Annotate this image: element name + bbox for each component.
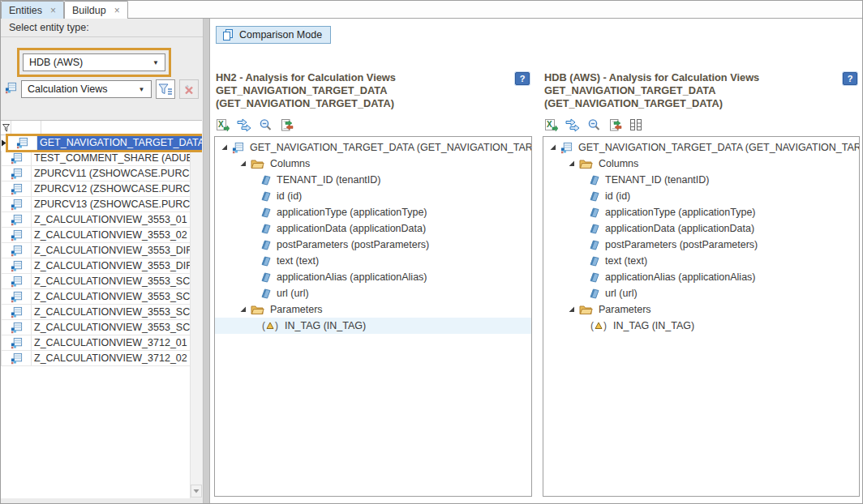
tree-expand-icon[interactable] <box>221 143 229 152</box>
entity-list-item[interactable]: Z_CALCULATIONVIEW_3553_DIRECT <box>1 258 202 274</box>
tree-column-item-label: applicationData (applicationData) <box>605 223 754 234</box>
tree-columns-folder[interactable]: Columns <box>215 156 531 172</box>
tree-column-item[interactable]: id (id) <box>215 188 531 204</box>
open-folder-icon <box>251 158 264 169</box>
excel-export-icon[interactable]: X <box>544 118 558 132</box>
list-filter-gutter[interactable] <box>1 121 11 135</box>
tab-entities[interactable]: Entities × <box>1 1 64 19</box>
entity-name: Z_CALCULATIONVIEW_3553_DIRECT <box>32 258 202 273</box>
excel-export-icon[interactable]: X <box>216 118 230 132</box>
tree-column-item[interactable]: applicationData (applicationData) <box>215 220 531 237</box>
column-leaf-icon <box>261 256 271 267</box>
tree-parameter-item-label: IN_TAG (IN_TAG) <box>285 320 366 331</box>
zoom-search-icon[interactable] <box>259 118 273 132</box>
tab-buildup[interactable]: Buildup × <box>64 1 128 19</box>
tree-column-item[interactable]: url (url) <box>543 285 859 301</box>
entity-list-item[interactable]: Z_CALCULATIONVIEW_3553_SCRIPT <box>1 289 202 305</box>
red-x-icon <box>183 83 195 95</box>
entity-list-item[interactable]: Z_CALCULATIONVIEW_3712_01 (ZSF <box>1 335 202 351</box>
tree-column-item-label: postParameters (postParameters) <box>605 239 758 250</box>
calculation-view-icon <box>11 168 23 180</box>
tree-column-item[interactable]: id (id) <box>543 188 859 204</box>
tree-expand-icon[interactable] <box>239 305 247 314</box>
entity-list-item[interactable]: ZPURCV13 (ZSHOWCASE.PURCHASIN <box>1 197 202 212</box>
tree-column-item[interactable]: url (url) <box>215 285 531 301</box>
tree-column-item[interactable]: text (text) <box>543 253 859 269</box>
tree-column-item[interactable]: applicationData (applicationData) <box>543 220 859 237</box>
tree-column-item[interactable]: TENANT_ID (tenantID) <box>543 172 859 188</box>
tree-expand-icon[interactable] <box>568 160 576 168</box>
entity-type-dropdown[interactable]: HDB (AWS) ▼ <box>23 53 165 71</box>
tree-column-item[interactable]: text (text) <box>215 253 531 269</box>
entity-list-item[interactable]: Z_CALCULATIONVIEW_3553_02 (ZSF <box>1 228 202 243</box>
view-type-dropdown[interactable]: Calculation Views ▼ <box>21 80 152 98</box>
comparison-mode-button[interactable]: Comparison Mode <box>216 26 331 44</box>
tree-column-item[interactable]: TENANT_ID (tenantID) <box>215 172 531 188</box>
entity-list-item[interactable]: Z_CALCULATIONVIEW_3553_SCRIPT <box>1 274 202 289</box>
transfer-arrows-icon[interactable] <box>565 118 580 132</box>
column-leaf-icon <box>261 288 271 299</box>
calculation-view-icon-cell <box>2 151 32 165</box>
entity-list-item[interactable]: TEST_COMMENT_SHARE (ADUERRST <box>1 151 202 166</box>
transfer-arrows-icon[interactable] <box>237 118 251 132</box>
entity-list-item[interactable]: GET_NAVIGATION_TARGET_DATA (s <box>1 135 202 151</box>
tree-column-item[interactable]: postParameters (postParameters) <box>543 237 859 253</box>
tree-expand-icon[interactable] <box>549 143 557 152</box>
entity-list-item[interactable]: Z_CALCULATIONVIEW_3553_01 (ZSF <box>1 212 202 228</box>
open-folder-icon <box>579 158 593 169</box>
tree-expand-icon[interactable] <box>568 305 576 314</box>
entity-name: Z_CALCULATIONVIEW_3712_02 (ZSF <box>32 351 202 365</box>
parameter-triangle-icon: ( ) <box>261 320 279 331</box>
column-leaf-icon <box>261 224 271 234</box>
tree-column-item[interactable]: applicationType (applicationType) <box>215 204 531 220</box>
entity-name: Z_CALCULATIONVIEW_3553_01 (ZSF <box>32 212 202 227</box>
entity-list-item[interactable]: Z_CALCULATIONVIEW_3712_02 (ZSF <box>1 351 202 366</box>
tree-parameters-folder[interactable]: Parameters <box>215 301 531 318</box>
sidebar-resize-handle[interactable] <box>204 19 210 503</box>
tab-buildup-close-icon[interactable]: × <box>114 6 120 15</box>
tree-columns-folder[interactable]: Columns <box>543 156 859 172</box>
tree-column-item-label: applicationData (applicationData) <box>277 223 426 234</box>
calculation-view-icon-cell <box>7 135 37 150</box>
open-folder-icon <box>251 304 264 315</box>
entity-list-item[interactable]: Z_CALCULATIONVIEW_3553_DIRECT <box>1 243 202 258</box>
column-leaf-icon <box>261 175 271 186</box>
list-name-column-header[interactable] <box>41 121 202 135</box>
funnel-icon <box>2 124 10 132</box>
tree-root-node[interactable]: GET_NAVIGATION_TARGET_DATA (GET_NAVIGATI… <box>215 139 531 156</box>
column-leaf-icon <box>261 272 271 283</box>
list-icon-column-header[interactable] <box>11 121 41 135</box>
filter-button[interactable] <box>156 79 175 99</box>
entity-list-item[interactable]: Z_CALCULATIONVIEW_3553_SCRIPT <box>1 320 202 335</box>
entity-list-scrollbar[interactable] <box>190 136 202 498</box>
tree-expand-icon[interactable] <box>239 160 247 168</box>
entity-list-item[interactable]: Z_CALCULATIONVIEW_3553_SCRIPT <box>1 305 202 320</box>
clear-filter-button[interactable] <box>179 79 199 99</box>
calculation-view-icon <box>11 337 23 349</box>
calculation-view-icon <box>232 142 244 154</box>
entity-list-item[interactable]: ZPURCV11 (ZSHOWCASE.PURCHASIN <box>1 166 202 182</box>
zoom-search-icon[interactable] <box>587 118 601 132</box>
help-icon[interactable]: ? <box>515 72 530 85</box>
entity-name: ZPURCV11 (ZSHOWCASE.PURCHASIN <box>32 166 202 181</box>
sync-document-icon[interactable] <box>280 118 294 132</box>
tree-column-item[interactable]: applicationAlias (applicationAlias) <box>543 269 859 285</box>
tree-column-item-label: id (id) <box>605 190 630 202</box>
tree-root-node[interactable]: GET_NAVIGATION_TARGET_DATA (GET_NAVIGATI… <box>543 139 859 156</box>
tree-column-item[interactable]: applicationAlias (applicationAlias) <box>215 269 531 285</box>
column-grid-icon[interactable] <box>629 118 642 131</box>
tree-column-item[interactable]: applicationType (applicationType) <box>543 204 859 220</box>
open-folder-icon <box>579 304 593 315</box>
tree-parameter-item[interactable]: ( ) IN_TAG (IN_TAG) <box>215 318 531 334</box>
tree-parameters-folder[interactable]: Parameters <box>543 301 859 318</box>
tree-columns-folder-label: Columns <box>599 158 638 169</box>
tree-column-item[interactable]: postParameters (postParameters) <box>215 237 531 253</box>
row-gutter <box>1 135 7 151</box>
tab-entities-close-icon[interactable]: × <box>50 6 56 15</box>
entity-list-item[interactable]: ZPURCV12 (ZSHOWCASE.PURCHASIN <box>1 182 202 197</box>
column-leaf-icon <box>261 207 271 218</box>
tree-parameter-item[interactable]: ( ) IN_TAG (IN_TAG) <box>543 318 859 334</box>
scroll-down-button[interactable] <box>191 485 202 498</box>
sync-document-icon[interactable] <box>608 118 622 132</box>
help-icon[interactable]: ? <box>843 72 857 85</box>
